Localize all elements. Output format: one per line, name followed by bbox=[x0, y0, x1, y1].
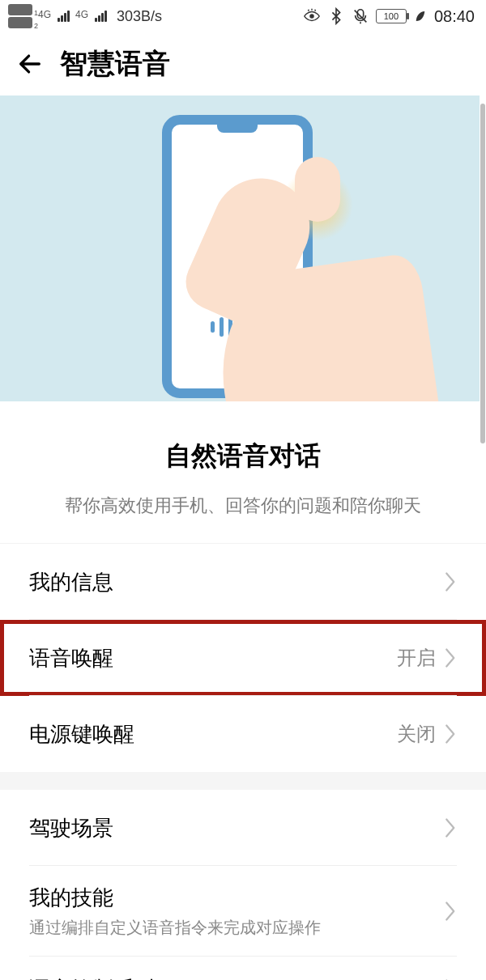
row-my-info[interactable]: 我的信息 bbox=[0, 544, 486, 620]
row-voice-call[interactable]: 语音控制呼叫 bbox=[0, 957, 486, 980]
network-speed: 303B/s bbox=[117, 8, 162, 25]
hd2-icon bbox=[8, 17, 32, 28]
status-right: 100 08:40 bbox=[303, 7, 475, 26]
row-skills[interactable]: 我的技能 通过编排自定义语音指令来完成对应操作 bbox=[0, 866, 486, 957]
signal-label-2: 4G bbox=[75, 9, 88, 20]
page-title: 智慧语音 bbox=[60, 45, 170, 83]
row-voice-call-label: 语音控制呼叫 bbox=[29, 975, 156, 981]
row-voice-wake-value: 开启 bbox=[397, 645, 436, 671]
svg-point-0 bbox=[310, 15, 313, 18]
mute-icon bbox=[352, 7, 369, 25]
intro-headline: 自然语音对话 bbox=[29, 439, 457, 474]
header: 智慧语音 bbox=[0, 32, 486, 95]
status-bar: 4G 4G 303B/s bbox=[0, 0, 486, 32]
leaf-icon bbox=[413, 7, 428, 25]
battery-icon: 100 bbox=[376, 9, 407, 23]
signal-label-1: 4G bbox=[38, 9, 51, 20]
arrow-left-icon bbox=[16, 50, 44, 78]
hd-badges bbox=[8, 4, 32, 28]
row-skills-label: 我的技能 bbox=[29, 884, 321, 912]
row-driving-label: 驾驶场景 bbox=[29, 814, 113, 842]
row-power-wake-value: 关闭 bbox=[397, 721, 436, 747]
intro-subtitle: 帮你高效使用手机、回答你的问题和陪你聊天 bbox=[29, 492, 457, 519]
chevron-right-icon bbox=[442, 899, 457, 923]
hand-illustration bbox=[151, 160, 458, 401]
status-left: 4G 4G 303B/s bbox=[8, 4, 162, 28]
battery-level: 100 bbox=[384, 11, 399, 21]
chevron-right-icon bbox=[442, 722, 457, 746]
chevron-right-icon bbox=[442, 646, 457, 670]
intro-section: 自然语音对话 帮你高效使用手机、回答你的问题和陪你聊天 bbox=[0, 401, 486, 544]
signal-bars-1-icon bbox=[58, 11, 70, 22]
scrollbar-thumb[interactable] bbox=[480, 104, 485, 443]
row-power-wake-label: 电源键唤醒 bbox=[29, 720, 134, 749]
bluetooth-icon bbox=[327, 7, 345, 25]
chevron-right-icon bbox=[442, 977, 457, 980]
row-power-wake[interactable]: 电源键唤醒 关闭 bbox=[0, 696, 486, 772]
section-divider bbox=[0, 772, 486, 790]
eye-icon bbox=[303, 7, 321, 25]
clock: 08:40 bbox=[434, 7, 475, 26]
back-button[interactable] bbox=[16, 50, 44, 78]
row-skills-sub: 通过编排自定义语音指令来完成对应操作 bbox=[29, 917, 321, 939]
row-driving[interactable]: 驾驶场景 bbox=[0, 790, 486, 866]
chevron-right-icon bbox=[442, 570, 457, 594]
signal-bars-2-icon bbox=[95, 11, 107, 22]
chevron-right-icon bbox=[442, 816, 457, 840]
hd1-icon bbox=[8, 4, 32, 15]
row-voice-wake[interactable]: 语音唤醒 开启 bbox=[0, 620, 486, 696]
row-my-info-label: 我的信息 bbox=[29, 568, 113, 596]
row-voice-wake-label: 语音唤醒 bbox=[29, 644, 113, 672]
hero-illustration bbox=[0, 95, 480, 401]
